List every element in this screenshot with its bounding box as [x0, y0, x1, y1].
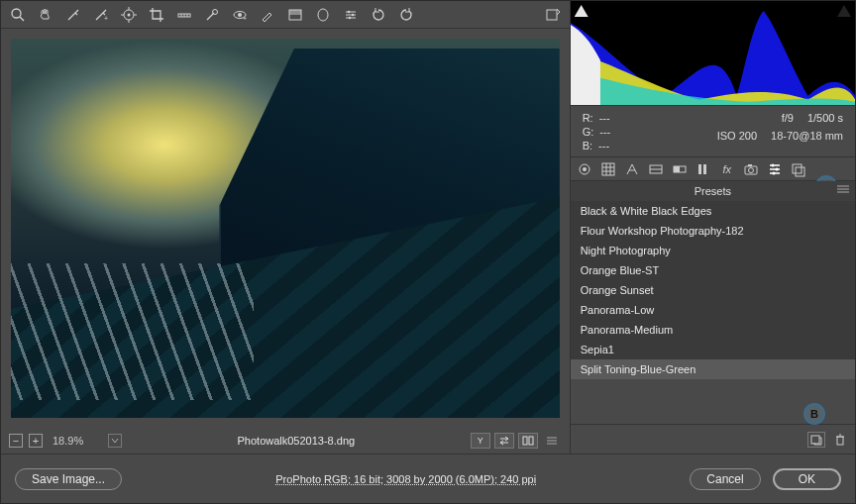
basic-tab-icon[interactable] — [577, 161, 592, 177]
svg-line-1 — [20, 17, 24, 21]
aperture-value: f/9 — [782, 112, 794, 124]
fx-tab-icon[interactable]: fx — [719, 161, 735, 177]
preset-item[interactable]: Night Photography — [571, 241, 855, 260]
preset-item[interactable]: Orange Sunset — [571, 280, 855, 300]
white-balance-tool-icon[interactable] — [64, 6, 82, 24]
dialog-footer: Save Image... ProPhoto RGB; 16 bit; 3008… — [1, 454, 855, 503]
presets-tab-icon[interactable] — [767, 161, 783, 177]
svg-rect-18 — [289, 10, 301, 15]
right-pane: R:--- G:--- B:--- f/9 1/500 s ISO 200 18… — [571, 1, 855, 454]
radial-filter-tool-icon[interactable] — [314, 6, 332, 24]
svg-rect-56 — [796, 167, 804, 176]
r-value: --- — [599, 112, 610, 124]
detail-tab-icon[interactable] — [624, 161, 640, 177]
rotate-ccw-icon[interactable] — [370, 6, 387, 24]
svg-rect-34 — [602, 163, 614, 175]
red-eye-tool-icon[interactable]: + — [231, 6, 249, 24]
presets-list[interactable]: Black & White Black EdgesFlour Workshop … — [571, 201, 855, 379]
presets-menu-icon[interactable] — [837, 184, 849, 196]
svg-point-25 — [349, 16, 351, 18]
cancel-button[interactable]: Cancel — [690, 468, 760, 490]
preview-tines — [11, 263, 254, 400]
copy-settings-button[interactable] — [518, 433, 538, 449]
adjustment-brush-tool-icon[interactable] — [259, 6, 276, 24]
r-label: R: — [583, 112, 593, 124]
svg-rect-28 — [529, 437, 533, 445]
svg-rect-60 — [811, 436, 819, 444]
presets-title: Presets — [695, 185, 731, 197]
mark-for-delete-icon[interactable] — [544, 6, 562, 24]
image-meta: R:--- G:--- B:--- f/9 1/500 s ISO 200 18… — [571, 106, 855, 157]
preferences-tool-icon[interactable] — [342, 6, 360, 24]
svg-point-0 — [12, 9, 21, 18]
svg-rect-55 — [793, 164, 802, 173]
ok-button[interactable]: OK — [773, 468, 841, 490]
top-toolbar: + + — [1, 1, 570, 29]
left-pane: + + − — [1, 1, 571, 454]
save-image-button[interactable]: Save Image... — [15, 468, 122, 490]
hsl-tab-icon[interactable] — [648, 161, 664, 177]
swap-button[interactable] — [494, 433, 514, 449]
filename-label: Photowalk052013-8.dng — [128, 435, 465, 447]
tone-curve-tab-icon[interactable] — [600, 161, 616, 177]
preset-item[interactable]: Panorama-Medium — [571, 320, 855, 340]
rotate-cw-icon[interactable] — [397, 6, 415, 24]
upper-area: + + − — [1, 1, 855, 454]
workflow-options-link[interactable]: ProPhoto RGB; 16 bit; 3008 by 2000 (6.0M… — [134, 473, 678, 485]
camera-raw-window: + + − — [0, 0, 856, 504]
b-label: B: — [583, 140, 592, 151]
svg-point-24 — [352, 13, 354, 15]
new-preset-button[interactable] — [807, 432, 825, 448]
histogram[interactable] — [571, 1, 855, 106]
split-toning-tab-icon[interactable] — [672, 161, 688, 177]
graduated-filter-tool-icon[interactable] — [286, 6, 304, 24]
hand-tool-icon[interactable] — [37, 6, 54, 24]
svg-point-54 — [772, 171, 775, 174]
svg-point-4 — [128, 13, 131, 16]
annotation-b: B — [803, 403, 825, 425]
svg-rect-27 — [523, 437, 527, 445]
svg-rect-26 — [547, 10, 557, 20]
color-sampler-tool-icon[interactable]: + — [92, 6, 110, 24]
zoom-in-button[interactable]: + — [29, 434, 43, 448]
svg-rect-48 — [748, 164, 752, 166]
rgb-readout: R:--- G:--- B:--- — [583, 112, 611, 151]
svg-point-23 — [348, 10, 350, 12]
spot-removal-tool-icon[interactable] — [203, 6, 221, 24]
preview-status-bar: − + 18.9% Photowalk052013-8.dng Y — [1, 428, 570, 454]
presets-footer: B — [571, 424, 855, 454]
zoom-tool-icon[interactable] — [9, 6, 27, 24]
preset-item[interactable]: Sepia1 — [571, 340, 855, 359]
straighten-tool-icon[interactable] — [175, 6, 193, 24]
g-label: G: — [583, 126, 594, 138]
image-preview[interactable] — [11, 39, 560, 418]
panel-tabs: fx A — [571, 157, 855, 181]
lens-tab-icon[interactable] — [696, 161, 711, 177]
exif-readout: f/9 1/500 s ISO 200 18-70@18 mm — [717, 112, 843, 151]
targeted-adjust-tool-icon[interactable] — [120, 6, 138, 24]
zoom-out-button[interactable]: − — [9, 434, 23, 448]
delete-preset-button[interactable] — [831, 432, 849, 448]
svg-point-19 — [318, 9, 328, 21]
svg-rect-61 — [837, 437, 843, 445]
zoom-dropdown-icon[interactable] — [108, 434, 122, 448]
camera-calibration-tab-icon[interactable] — [743, 161, 759, 177]
preset-item[interactable]: Flour Workshop Photography-182 — [571, 221, 855, 241]
preset-item[interactable]: Split Toning-Blue-Green — [571, 359, 855, 379]
preset-item[interactable]: Black & White Black Edges — [571, 201, 855, 221]
crop-tool-icon[interactable] — [148, 6, 165, 24]
snapshots-tab-icon[interactable] — [791, 161, 806, 177]
b-value: --- — [598, 140, 609, 151]
preview-menu-icon[interactable] — [542, 433, 562, 449]
presets-header: Presets — [571, 181, 855, 201]
lens-value: 18-70@18 mm — [771, 130, 843, 142]
svg-point-15 — [238, 13, 242, 17]
before-after-button[interactable]: Y — [471, 433, 490, 449]
preset-item[interactable]: Orange Blue-ST — [571, 260, 855, 280]
svg-rect-44 — [698, 164, 701, 174]
svg-rect-45 — [703, 164, 706, 174]
zoom-level[interactable]: 18.9% — [53, 435, 102, 447]
svg-text:+: + — [104, 15, 108, 22]
preset-item[interactable]: Panorama-Low — [571, 300, 855, 320]
svg-point-52 — [771, 163, 774, 166]
